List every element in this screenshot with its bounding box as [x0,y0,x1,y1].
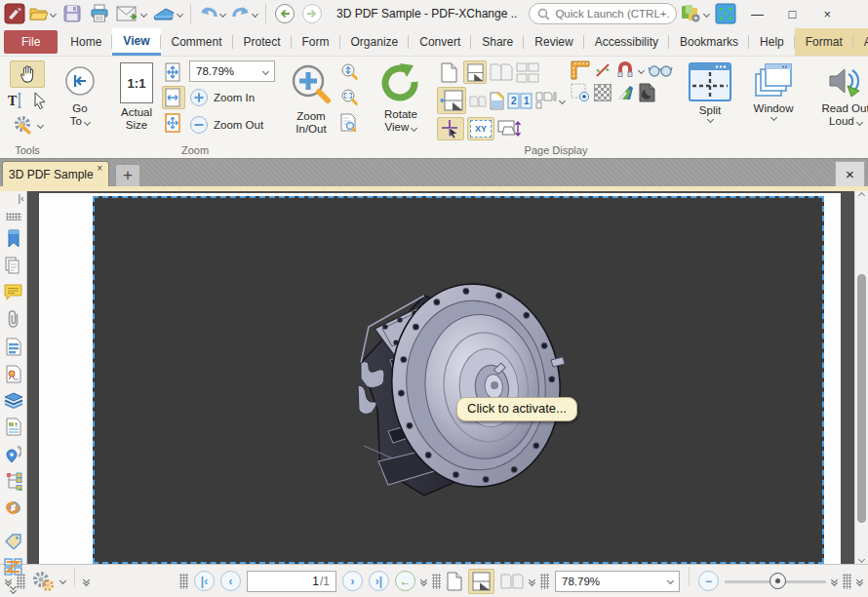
statusbar-zoom-combobox[interactable]: 78.79% [555,571,680,592]
select-text-button[interactable]: T [4,89,27,112]
fit-width-button[interactable] [162,86,185,109]
tab-arrange[interactable]: Arrange [853,28,868,56]
other-tools-chevron[interactable] [37,121,44,128]
vertical-scrollbar[interactable] [854,191,868,564]
rotate-view-button[interactable]: Rotate View [375,60,427,136]
next-page-button[interactable]: › [342,571,363,591]
close-document-button[interactable]: × [835,161,865,187]
tab-review[interactable]: Review [524,28,583,56]
zoom-slider[interactable] [725,571,826,591]
statusbar-zoom-chevron[interactable] [667,577,674,584]
measure-distance-icon[interactable] [594,61,612,79]
attachments-pane-button[interactable] [3,309,24,329]
read-out-loud-button[interactable]: Read Out Loud [813,60,868,130]
print-button[interactable] [87,2,112,25]
maximize-button[interactable]: □ [775,2,809,25]
tab-view[interactable]: View [112,28,160,56]
previous-page-button[interactable]: ‹ [220,571,241,591]
zoom-level-combobox[interactable]: 78.79% [189,60,275,82]
tab-convert[interactable]: Convert [409,28,471,56]
nav-overflow-chevrons[interactable] [421,577,426,585]
goto-chevron[interactable] [84,119,91,126]
activate-3d-tooltip[interactable]: Click to activate... [456,397,577,421]
read-out-loud-chevron[interactable] [856,119,863,126]
zoom-in-button[interactable]: Zoom In [189,85,275,109]
quick-launch-input[interactable] [555,8,670,20]
tab-home[interactable]: Home [59,28,112,56]
customize-dropdown-chevron[interactable] [703,10,710,17]
tab-comment[interactable]: Comment [161,28,233,56]
continuous-button[interactable] [463,60,487,84]
document-canvas[interactable]: Click to activate... [27,191,854,564]
hand-tool-button[interactable] [10,60,45,88]
actual-size-button[interactable]: 1:1 Actual Size [115,60,158,134]
statusbar-overflow-far-right[interactable] [857,577,862,585]
selection-preview-icon[interactable] [571,83,590,102]
rotate-chevron[interactable] [411,125,417,132]
tab-protect[interactable]: Protect [233,28,292,56]
statusbar-options-gears-icon[interactable] [31,571,55,592]
statusbar-drag-handle[interactable] [17,574,25,589]
zoom-combo-chevron[interactable] [262,67,269,74]
content-pane-button[interactable]: T [3,418,24,436]
layout-drag-handle[interactable] [432,574,441,589]
previous-view-button[interactable]: ← [395,571,415,591]
facing-pages-small-icon[interactable] [469,94,487,107]
statusbar-facing-icon[interactable] [500,573,524,590]
page-size-icon[interactable] [497,119,523,139]
new-document-tab-button[interactable]: + [115,164,140,187]
color-modes-icon[interactable] [615,83,635,102]
links-pane-button[interactable] [3,499,24,516]
scroll-down-arrow[interactable] [855,557,868,562]
split-button[interactable]: Split [685,60,735,124]
open-button[interactable] [27,2,58,25]
redo-button[interactable] [229,2,259,25]
signatures-pane-button[interactable] [3,365,24,383]
statusbar-overflow-right[interactable] [832,577,837,585]
redo-dropdown-chevron[interactable] [252,10,258,17]
transparency-grid-icon[interactable] [594,84,612,101]
rulers-grid-icon[interactable] [571,60,590,80]
more-panes-button[interactable] [11,584,16,593]
email-button[interactable] [114,2,148,25]
tab-bookmarks[interactable]: Bookmarks [669,28,749,56]
pane-drag-handle[interactable] [6,213,21,220]
quick-launch-box[interactable] [529,3,677,24]
zoom-out-slider-button[interactable]: − [698,571,719,591]
continuous-mode-button[interactable] [437,87,466,114]
first-page-button[interactable]: |‹ [194,571,215,591]
tags-pane-button[interactable] [3,534,24,549]
email-dropdown-chevron[interactable] [140,10,147,17]
save-button[interactable] [59,2,85,25]
tab-format[interactable]: Format [795,28,853,56]
page-layout-extra-icon[interactable] [535,92,557,109]
pan-zoom-window-button[interactable] [337,111,361,135]
history-forward-button[interactable] [299,2,325,25]
minimize-button[interactable]: — [740,2,773,25]
collapse-pane-button[interactable]: |‹ [3,193,24,204]
undo-dropdown-chevron[interactable] [219,10,226,17]
night-mode-icon[interactable] [639,83,655,102]
statusbar-overflow-left[interactable] [6,577,11,585]
statusbar-continuous-button[interactable] [468,569,494,594]
tab-organize[interactable]: Organize [340,28,410,56]
destinations-pane-button[interactable] [3,445,24,463]
show-rulers-xy-button[interactable]: XY [467,117,494,140]
zoom-inout-button[interactable]: Zoom In/Out [285,60,337,138]
fit-page-button[interactable] [162,60,185,84]
session-button[interactable] [713,2,738,25]
layout-overflow-chevrons[interactable] [530,577,534,585]
last-page-button[interactable]: ›| [369,571,389,591]
page-layout-chevron[interactable] [559,97,566,103]
tab-file[interactable]: File [4,30,58,54]
undo-button[interactable] [197,2,227,25]
tab-accessibility[interactable]: Accessibility [584,28,669,56]
window-chevron[interactable] [769,114,776,121]
order-pane-button[interactable] [3,472,24,491]
page-number-input[interactable]: 1 /1 [247,571,336,592]
page-nav-drag-handle[interactable] [179,574,188,589]
zoom-drag-handle[interactable] [540,574,549,589]
fields-pane-button[interactable] [3,338,24,356]
other-tools-button[interactable] [12,113,35,137]
tab-help[interactable]: Help [749,28,795,56]
